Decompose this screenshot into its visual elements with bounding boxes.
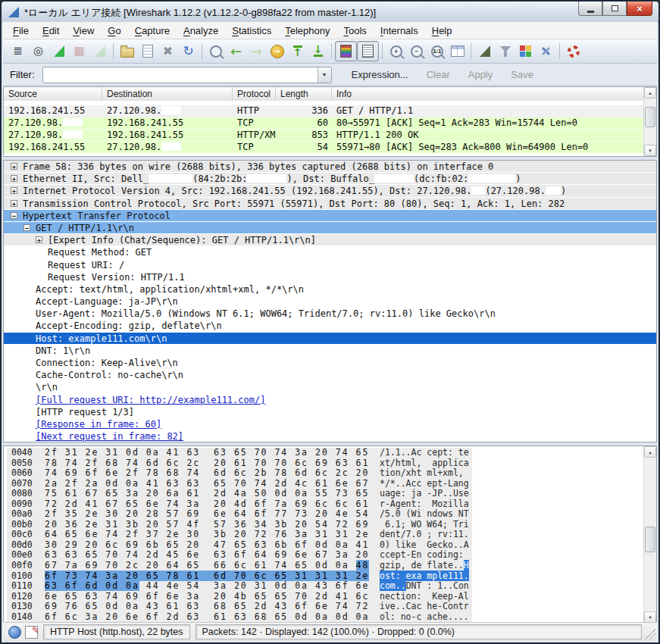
restore-button[interactable] xyxy=(602,2,627,16)
colorize-list-button[interactable] xyxy=(335,41,357,61)
hex-row[interactable]: 00402f 31 2e 31 0d 0a 41 63 63 65 70 74 … xyxy=(7,448,472,458)
expand-icon[interactable]: + xyxy=(11,187,17,194)
expand-icon[interactable]: + xyxy=(11,200,17,207)
stop-capture-button[interactable]: ▦ xyxy=(69,42,89,61)
detail-row[interactable]: +Internet Protocol Version 4, Src: 192.1… xyxy=(4,185,656,197)
expression-button[interactable]: Expression... xyxy=(343,67,418,82)
column-header-source[interactable]: Source xyxy=(4,87,102,101)
resize-grip[interactable] xyxy=(645,629,655,639)
column-header-destination[interactable]: Destination xyxy=(102,87,233,101)
go-forward-button[interactable]: → xyxy=(246,42,267,61)
reload-button[interactable]: ↻ xyxy=(178,42,199,61)
resize-columns-button[interactable] xyxy=(447,42,468,61)
zoom-100-button[interactable]: 1:1 xyxy=(427,42,447,61)
packet-list-scrollbar[interactable]: ▲ ▼ xyxy=(643,87,656,156)
detail-row[interactable]: Host: example111.com\r\n xyxy=(4,333,656,345)
open-file-button[interactable] xyxy=(117,42,137,61)
column-header-protocol[interactable]: Protocol xyxy=(233,87,276,101)
zoom-out-button[interactable]: − xyxy=(406,42,427,61)
zoom-in-button[interactable]: + xyxy=(386,42,406,61)
autoscroll-button[interactable] xyxy=(357,41,379,61)
find-packet-button[interactable] xyxy=(205,42,226,61)
packet-row[interactable]: 192.168.241.5527.120.98.TCP5455971→80 [A… xyxy=(4,142,644,154)
packet-row[interactable]: 192.168.241.5527.120.98.HTTP336GET / HTT… xyxy=(4,105,644,117)
go-back-button[interactable]: ← xyxy=(226,42,246,61)
detail-row[interactable]: User-Agent: Mozilla/5.0 (Windows NT 6.1;… xyxy=(4,308,656,320)
preferences-button[interactable] xyxy=(536,42,556,61)
detail-row[interactable]: Request Method: GET xyxy=(4,246,656,258)
annotation-icon[interactable] xyxy=(25,626,38,639)
start-capture-button[interactable] xyxy=(48,42,69,61)
go-bottom-button[interactable]: ↓ xyxy=(308,42,328,61)
title-bar[interactable]: *ローカル エリア接続 [Wireshark 1.12.2 (v1.12.2-0… xyxy=(2,2,658,23)
apply-button[interactable]: Apply xyxy=(459,67,502,82)
filter-input[interactable] xyxy=(43,67,317,83)
detail-row[interactable]: +[Expert Info (Chat/Sequence): GET / HTT… xyxy=(4,234,656,246)
detail-row[interactable]: Request Version: HTTP/1.1 xyxy=(4,271,656,283)
detail-row[interactable]: \r\n xyxy=(4,381,656,393)
scroll-up-button[interactable]: ▲ xyxy=(644,446,656,458)
capture-options-button[interactable]: ◎ xyxy=(28,42,48,61)
detail-row[interactable]: [Next request in frame: 82] xyxy=(4,430,656,442)
expand-icon[interactable]: + xyxy=(11,175,17,182)
restart-capture-button[interactable] xyxy=(89,42,110,61)
close-button[interactable]: × xyxy=(627,2,652,16)
scroll-down-button[interactable]: ▼ xyxy=(644,145,656,156)
expert-info-icon[interactable] xyxy=(8,626,21,639)
detail-row[interactable]: Cache-Control: no-cache\r\n xyxy=(4,369,656,381)
menu-item-go[interactable]: Go xyxy=(101,22,127,39)
hex-row[interactable]: 00a02f 35 2e 30 20 28 57 69 6e 64 6f 77 … xyxy=(7,509,472,520)
close-file-button[interactable]: ✖ xyxy=(158,42,178,61)
detail-row[interactable]: Accept-Language: ja-JP\r\n xyxy=(4,295,656,308)
filter-dropdown-button[interactable]: ▼ xyxy=(317,67,331,83)
detail-row[interactable]: [Response in frame: 60] xyxy=(4,418,656,430)
detail-row[interactable]: −Hypertext Transfer Protocol xyxy=(4,210,656,222)
save-file-button[interactable] xyxy=(137,42,158,61)
hex-row[interactable]: 009072 2d 41 67 65 6e 74 3a 20 4d 6f 7a … xyxy=(7,499,472,510)
menu-item-telephony[interactable]: Telephony xyxy=(278,22,336,39)
detail-row[interactable]: +Transmission Control Protocol, Src Port… xyxy=(4,198,656,210)
scroll-down-button[interactable]: ▼ xyxy=(644,611,656,623)
save-button[interactable]: Save xyxy=(502,67,543,82)
hex-row[interactable]: 01006f 73 74 3a 20 65 78 61 6d 70 6c 65 … xyxy=(7,571,472,582)
hex-row[interactable]: 01406f 6c 3a 20 6e 6f 2d 63 61 63 68 65 … xyxy=(7,612,472,623)
clear-button[interactable]: Clear xyxy=(418,67,459,82)
go-to-packet-button[interactable]: → xyxy=(267,42,287,61)
hex-row[interactable]: 005078 74 2f 68 74 6d 6c 2c 20 61 70 70 … xyxy=(7,458,472,469)
capture-filter-button[interactable] xyxy=(474,42,495,61)
display-filter-button[interactable] xyxy=(495,42,515,61)
menu-item-statistics[interactable]: Statistics xyxy=(225,22,278,39)
minimize-button[interactable] xyxy=(578,2,602,16)
menu-item-help[interactable]: Help xyxy=(425,22,459,39)
detail-row[interactable]: Connection: Keep-Alive\r\n xyxy=(4,357,656,369)
hex-row[interactable]: 008075 61 67 65 3a 20 6a 61 2d 4a 50 0d … xyxy=(7,489,472,499)
hex-row[interactable]: 013069 76 65 0d 0a 43 61 63 68 65 2d 43 … xyxy=(7,602,472,612)
detail-row[interactable]: +Ethernet II, Src: Dell_(84:2b:2b:), Dst… xyxy=(4,173,656,185)
detail-row[interactable]: [Full request URI: http://example111.com… xyxy=(4,394,656,406)
hex-row[interactable]: 01206e 65 63 74 69 6f 6e 3a 20 4b 65 65 … xyxy=(7,592,472,602)
packet-row[interactable]: 27.120.98.192.168.241.55TCP6080→55971 [A… xyxy=(4,117,644,130)
menu-item-internals[interactable]: Internals xyxy=(374,22,425,39)
coloring-rules-button[interactable] xyxy=(515,42,536,61)
hex-row[interactable]: 011063 6f 6d 0d 0a 44 4e 54 3a 20 31 0d … xyxy=(7,581,472,592)
hex-scrollbar[interactable]: ▲ ▼ xyxy=(643,446,656,623)
list-interfaces-button[interactable]: ≣ xyxy=(8,42,28,61)
scrollbar-thumb[interactable] xyxy=(645,107,655,127)
hex-row[interactable]: 00e063 63 65 70 74 2d 45 6e 63 6f 64 69 … xyxy=(7,550,472,561)
collapse-icon[interactable]: − xyxy=(11,212,17,219)
hex-row[interactable]: 006074 69 6f 6e 2f 78 68 74 6d 6c 2b 78 … xyxy=(7,468,472,479)
help-button[interactable] xyxy=(563,42,583,61)
menu-item-edit[interactable]: Edit xyxy=(36,22,66,39)
menu-item-tools[interactable]: Tools xyxy=(337,22,374,39)
column-header-length[interactable]: Length xyxy=(276,87,332,101)
expand-icon[interactable]: + xyxy=(36,236,42,243)
menu-item-capture[interactable]: Capture xyxy=(128,22,177,39)
hex-row[interactable]: 00b020 36 2e 31 3b 20 57 4f 57 36 34 3b … xyxy=(7,520,472,530)
menu-item-file[interactable]: File xyxy=(6,22,36,39)
hex-row[interactable]: 00702a 2f 2a 0d 0a 41 63 63 65 70 74 2d … xyxy=(7,479,472,489)
detail-row[interactable]: DNT: 1\r\n xyxy=(4,345,656,357)
detail-row[interactable]: −GET / HTTP/1.1\r\n xyxy=(4,222,656,234)
packet-row[interactable]: 27.120.98.192.168.241.55HTTP/XML853HTTP/… xyxy=(4,130,644,142)
collapse-icon[interactable]: − xyxy=(23,224,30,231)
expand-icon[interactable]: + xyxy=(11,163,17,170)
